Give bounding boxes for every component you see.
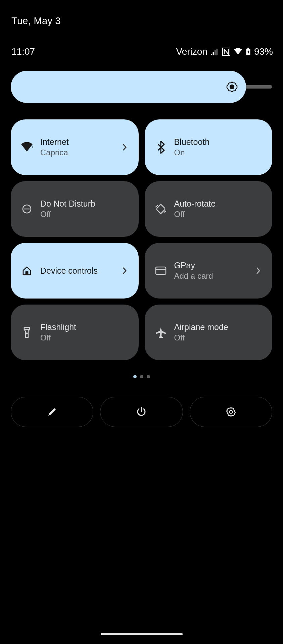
- chevron-right-icon: [121, 144, 129, 151]
- tile-sub: On: [174, 148, 263, 157]
- tile-dnd[interactable]: Do Not Disturb Off: [11, 181, 139, 237]
- date-label: Tue, May 3: [11, 15, 61, 26]
- page-dot-3: [147, 375, 150, 378]
- brightness-slider[interactable]: [11, 71, 272, 103]
- page-dot-1: [133, 375, 137, 378]
- tile-title: Internet: [40, 137, 121, 147]
- brightness-icon: [226, 81, 238, 93]
- tile-title: Device controls: [40, 266, 121, 276]
- svg-point-11: [27, 333, 28, 334]
- svg-rect-0: [211, 54, 212, 55]
- bluetooth-icon: [153, 140, 168, 155]
- tile-title: Auto-rotate: [174, 199, 263, 209]
- autorotate-icon: [153, 202, 168, 216]
- svg-rect-2: [215, 50, 216, 55]
- svg-rect-9: [26, 272, 28, 275]
- status-right: Verizon 93%: [176, 46, 273, 57]
- page-indicator: [0, 375, 283, 378]
- tile-title: Airplane mode: [174, 322, 263, 332]
- edit-button[interactable]: [11, 397, 93, 427]
- tile-title: Bluetooth: [174, 137, 263, 147]
- settings-button[interactable]: [190, 397, 272, 427]
- home-icon: [19, 263, 34, 278]
- wifi-icon: [19, 140, 34, 155]
- tile-flashlight[interactable]: Flashlight Off: [11, 305, 139, 360]
- tile-sub: Off: [40, 210, 129, 219]
- page-dot-2: [140, 375, 143, 378]
- gesture-pill[interactable]: [101, 633, 183, 635]
- cell-signal-icon: [211, 48, 219, 55]
- tile-gpay[interactable]: GPay Add a card: [145, 243, 273, 299]
- brightness-fill: [11, 71, 246, 103]
- quick-tiles-grid: Internet Caprica Bluetooth On Do Not Dis…: [11, 119, 272, 360]
- battery-charging-icon: [246, 48, 251, 56]
- tile-title: Flashlight: [40, 322, 129, 332]
- flashlight-icon: [19, 325, 34, 340]
- bottom-button-row: [11, 397, 272, 427]
- dnd-icon: [19, 202, 34, 216]
- nfc-icon: [222, 48, 230, 56]
- wifi-icon: [234, 48, 242, 55]
- power-button[interactable]: [100, 397, 183, 427]
- tile-sub: Off: [40, 333, 129, 342]
- time-label: 11:07: [11, 46, 35, 57]
- svg-rect-6: [247, 48, 249, 49]
- pencil-icon: [47, 407, 57, 417]
- tile-bluetooth[interactable]: Bluetooth On: [145, 119, 273, 175]
- tile-sub: Caprica: [40, 148, 121, 157]
- svg-rect-10: [156, 267, 166, 274]
- card-icon: [153, 263, 168, 278]
- gear-icon: [226, 407, 236, 417]
- tile-sub: Add a card: [174, 272, 254, 280]
- svg-rect-1: [213, 52, 214, 55]
- tile-device-controls[interactable]: Device controls: [11, 243, 139, 299]
- tile-sub: Off: [174, 210, 263, 219]
- tile-autorotate[interactable]: Auto-rotate Off: [145, 181, 273, 237]
- chevron-right-icon: [121, 267, 129, 274]
- power-icon: [136, 407, 147, 417]
- svg-point-12: [229, 411, 232, 414]
- tile-internet[interactable]: Internet Caprica: [11, 119, 139, 175]
- svg-rect-3: [216, 49, 218, 55]
- airplane-icon: [153, 325, 168, 340]
- carrier-label: Verizon: [176, 46, 207, 57]
- tile-title: Do Not Disturb: [40, 199, 129, 209]
- tile-sub: Off: [174, 333, 263, 342]
- battery-percent-label: 93%: [254, 46, 273, 57]
- svg-point-7: [230, 85, 234, 89]
- status-bar: 11:07 Verizon 93%: [0, 46, 283, 57]
- chevron-right-icon: [254, 267, 262, 274]
- tile-airplane[interactable]: Airplane mode Off: [145, 305, 273, 360]
- tile-title: GPay: [174, 261, 254, 270]
